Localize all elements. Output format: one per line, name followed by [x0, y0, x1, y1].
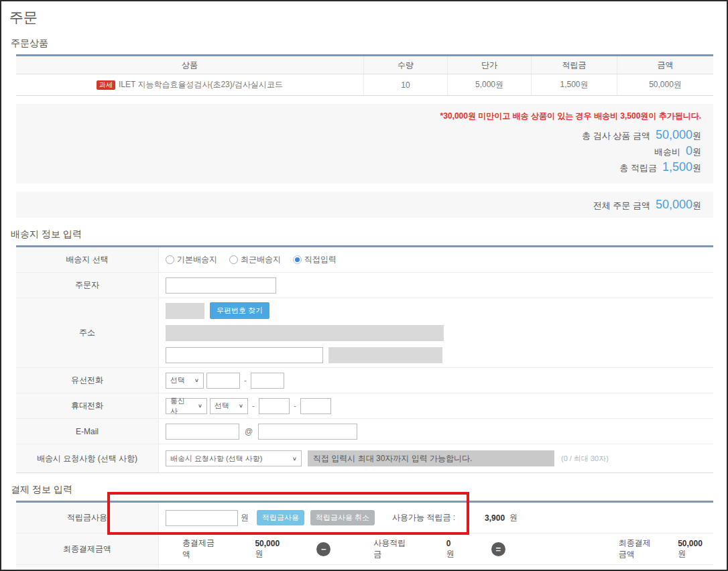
row-label: 주소	[16, 298, 159, 367]
form-row-landline: 유선전화 선택 ∨ -	[16, 368, 713, 393]
mobile-carrier-select[interactable]: 통신사 ∨	[166, 398, 207, 414]
row-label: E-Mail	[16, 419, 159, 444]
page-title: 주문	[9, 8, 713, 27]
mobile-prefix-select[interactable]: 선택 ∨	[210, 398, 248, 414]
payment-heading: 결제 정보 입력	[11, 484, 713, 496]
row-label: 배송시 요청사항 (선택 사항)	[16, 444, 159, 472]
total-label: 전체 주문 금액	[593, 200, 650, 210]
summary-unit: 원	[692, 163, 701, 173]
available-points-value: 3,900	[485, 513, 505, 523]
minus-icon: −	[316, 542, 330, 556]
column-header-unit-price: 단가	[447, 56, 531, 74]
amount-cell: 50,000원	[617, 74, 713, 95]
summary-unit: 원	[692, 147, 701, 157]
address-detail-input[interactable]	[166, 347, 323, 363]
form-row-orderer: 주문자	[16, 273, 713, 298]
order-total-value: 50,000 원	[255, 539, 284, 560]
summary-label: 배송비	[654, 147, 680, 157]
points-amount-input[interactable]	[166, 510, 238, 526]
form-row-payment-method: 결제수단 선택 신용카드 온라인계좌이체 가상계좌(무통장입금)	[16, 565, 713, 571]
row-label: 유선전화	[16, 368, 159, 393]
radio-direct-input[interactable]: 직접입력	[293, 254, 337, 265]
shipping-form: 배송지 선택 기본배송지 최근배송지 직접입력	[16, 245, 713, 473]
points-cell: 1,500원	[531, 74, 617, 95]
row-label: 적립금사용	[16, 503, 159, 533]
order-total-bar: 전체 주문 금액50,000원	[16, 192, 713, 218]
order-summary: *30,000원 미만이고 배송 상품이 있는 경우 배송비 3,500원이 추…	[16, 104, 713, 184]
summary-row-product-total: 총 검사 상품 금액50,000원	[28, 127, 701, 143]
final-amount-value: 50,000 원	[678, 539, 707, 560]
product-name: ILET 지능학습효율성검사(초23)/검사실시코드	[119, 79, 283, 90]
zipcode-readonly-field	[166, 303, 204, 319]
quantity-cell: 10	[363, 74, 447, 95]
used-points-label: 사용적립금	[373, 537, 406, 560]
radio-default-address[interactable]: 기본배송지	[166, 254, 217, 265]
summary-value: 1,500	[662, 160, 692, 174]
order-total-label: 총결제금액	[182, 537, 215, 560]
tax-badge: 과세	[97, 80, 115, 90]
summary-label: 총 적립금	[619, 163, 657, 173]
summary-value: 0	[686, 144, 692, 157]
summary-row-total-points: 총 적립금1,500원	[28, 160, 701, 176]
delivery-request-select[interactable]: 배송시 요청사항 (선택 사항) ∨	[166, 450, 302, 466]
find-zipcode-button[interactable]: 우편번호 찾기	[210, 302, 269, 319]
available-points-label: 사용가능 적립금 :	[392, 512, 455, 523]
column-header-amount: 금액	[617, 56, 713, 74]
payment-form: 적립금사용 원 적립금사용 적립금사용 취소 사용가능 적립금 : 3,900 …	[16, 501, 713, 571]
form-row-destination: 배송지 선택 기본배송지 최근배송지 직접입력	[16, 247, 713, 273]
landline-last-input[interactable]	[251, 373, 284, 389]
at-sign: @	[245, 427, 253, 436]
landline-prefix-select[interactable]: 선택 ∨	[166, 373, 204, 389]
won-unit: 원	[241, 512, 249, 523]
radio-checked-icon	[293, 255, 302, 264]
page-content: 주문 주문상품 상품 수량 단가 적립금 금액 과세 ILET 지능학습효율성검…	[1, 1, 727, 571]
summary-row-shipping-fee: 배송비0원	[28, 143, 701, 160]
chevron-down-icon: ∨	[292, 456, 297, 462]
row-label: 주문자	[16, 273, 159, 298]
used-points-value: 0 원	[446, 539, 459, 560]
row-label: 최종결제금액	[16, 533, 159, 564]
row-label: 배송지 선택	[16, 247, 159, 272]
column-header-points: 적립금	[531, 56, 617, 74]
destination-options: 기본배송지 최근배송지 직접입력	[159, 247, 713, 272]
order-products-table: 상품 수량 단가 적립금 금액 과세 ILET 지능학습효율성검사(초23)/검…	[16, 54, 713, 96]
form-row-address: 주소 우편번호 찾기	[16, 298, 713, 368]
row-label: 결제수단 선택	[16, 565, 159, 571]
dash-separator: -	[244, 376, 247, 385]
order-page: 주문 주문상품 상품 수량 단가 적립금 금액 과세 ILET 지능학습효율성검…	[0, 0, 728, 571]
address-readonly-field	[166, 325, 444, 341]
request-hint-readonly-field: 직접 입력시 최대 30자까지 입력 가능합니다.	[308, 450, 554, 466]
dash-separator: -	[252, 401, 255, 411]
form-row-delivery-request: 배송시 요청사항 (선택 사항) 배송시 요청사항 (선택 사항) ∨ 직접 입…	[16, 444, 713, 472]
equals-icon: =	[491, 542, 505, 556]
form-row-final-payment: 최종결제금액 총결제금액 50,000 원 − 사용적립금 0 원 = 최종결제…	[16, 533, 713, 565]
form-row-use-points: 적립금사용 원 적립금사용 적립금사용 취소 사용가능 적립금 : 3,900 …	[16, 503, 713, 533]
chevron-down-icon: ∨	[194, 377, 199, 383]
dash-separator: -	[294, 401, 296, 411]
available-points-unit: 원	[509, 512, 518, 523]
table-row: 과세 ILET 지능학습효율성검사(초23)/검사실시코드 10 5,000원 …	[16, 74, 713, 95]
address-extra-readonly-field	[328, 347, 442, 363]
radio-recent-address[interactable]: 최근배송지	[229, 254, 281, 265]
column-header-quantity: 수량	[363, 56, 447, 74]
mobile-middle-input[interactable]	[259, 398, 290, 414]
orderer-input[interactable]	[166, 277, 276, 294]
order-products-heading: 주문상품	[11, 38, 713, 50]
radio-icon	[166, 255, 174, 264]
total-value: 50,000	[656, 198, 692, 211]
column-header-product: 상품	[16, 56, 363, 74]
landline-middle-input[interactable]	[206, 373, 240, 389]
product-cell: 과세 ILET 지능학습효율성검사(초23)/검사실시코드	[16, 74, 363, 95]
summary-label: 총 검사 상품 금액	[582, 131, 650, 141]
email-domain-input[interactable]	[258, 424, 357, 440]
final-amount-label: 최종결제금액	[619, 537, 658, 560]
form-row-mobile: 휴대전화 통신사 ∨ 선택 ∨ - -	[16, 393, 713, 419]
shipping-heading: 배송지 정보 입력	[11, 229, 713, 241]
cancel-points-button[interactable]: 적립금사용 취소	[310, 510, 375, 525]
char-counter: (0 / 최대 30자)	[561, 454, 609, 464]
email-id-input[interactable]	[166, 424, 239, 440]
mobile-last-input[interactable]	[300, 398, 331, 414]
chevron-down-icon: ∨	[239, 403, 243, 409]
summary-value: 50,000	[656, 128, 692, 141]
use-points-button[interactable]: 적립금사용	[257, 510, 304, 525]
